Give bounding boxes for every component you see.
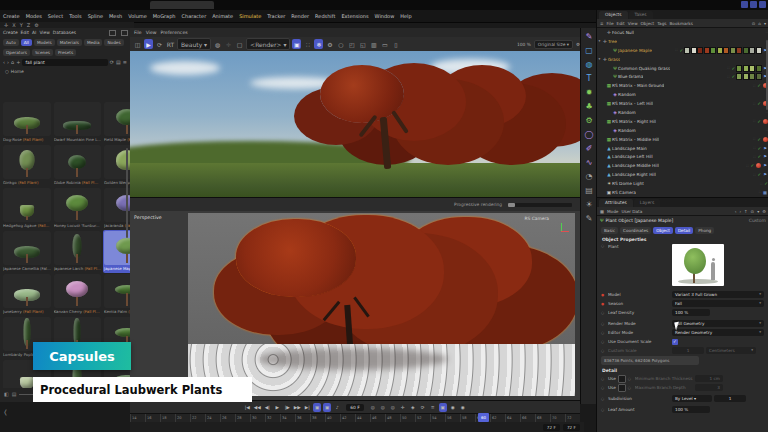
menu-ai[interactable]: AI <box>32 30 36 35</box>
editor-mode-dropdown[interactable]: Render Geometry▾ <box>672 329 764 336</box>
min-branch-use-checkbox[interactable] <box>618 375 626 383</box>
enable-check-icon[interactable]: ✓ <box>758 154 762 159</box>
object-name[interactable]: RS Camera <box>612 190 636 195</box>
perspective-viewport[interactable]: Perspective RS Camera <box>130 211 580 400</box>
transport-button[interactable]: |▶ <box>283 403 291 412</box>
enable-check-icon[interactable]: ✓ <box>758 172 762 177</box>
render-toolbar-icon[interactable]: ○ <box>336 39 345 49</box>
visibility-dots[interactable]: ∷ <box>753 155 755 159</box>
enable-check-icon[interactable]: ✓ <box>680 48 684 53</box>
range-end-field[interactable]: 72 F <box>543 424 560 431</box>
visibility-dots[interactable]: ∷ <box>753 84 755 88</box>
create-object-icon[interactable]: ✐ <box>583 142 596 155</box>
gear-icon[interactable]: ⚙ <box>762 209 766 214</box>
render-toolbar-icon[interactable]: ⚙ <box>325 39 334 49</box>
object-tag-icon[interactable]: ⚑ <box>763 172 767 177</box>
object-name[interactable]: RS Matrix - Right Hill <box>612 119 656 124</box>
breadcrumb[interactable]: ○ Home <box>0 67 130 76</box>
max-branch-use-checkbox[interactable] <box>618 384 626 392</box>
filter-tab[interactable]: Materials <box>57 39 82 46</box>
view-list-icon[interactable]: ▤ <box>12 391 17 397</box>
asset-tile[interactable]: Dwarf Mountain Pine L... <box>53 101 102 144</box>
filter-tab[interactable]: Media <box>84 39 103 46</box>
render-toolbar-icon[interactable]: ◰ <box>347 39 356 49</box>
filter-icon[interactable]: ▾ <box>757 209 759 214</box>
object-name[interactable]: Landscape Main <box>612 146 647 151</box>
filter-tab[interactable]: Models <box>34 39 55 46</box>
timeline-toggle[interactable]: ▣ <box>313 403 321 412</box>
create-object-icon[interactable]: ☀ <box>583 198 596 211</box>
create-object-icon[interactable]: ▤ <box>583 184 596 197</box>
redshift-material-swatch[interactable] <box>763 119 768 124</box>
transport-button[interactable]: ▶ <box>273 403 281 412</box>
render-toolbar-icon[interactable]: ❄ <box>314 39 323 49</box>
menu-mode[interactable]: Mode <box>607 209 618 214</box>
object-row[interactable]: Ψ Common Quaking Grass ∷ ✓ ⚑ <box>597 64 768 73</box>
tab-layers[interactable]: Layers <box>634 199 661 207</box>
menu-item[interactable]: Tools <box>66 10 84 22</box>
visibility-dots[interactable]: ∷ <box>753 119 755 123</box>
custom-button[interactable]: Custom <box>749 218 766 223</box>
object-name[interactable]: Random <box>618 110 636 115</box>
render-toolbar-icon[interactable]: ▯ <box>391 39 400 49</box>
menu-object[interactable]: Object <box>641 21 655 26</box>
menu-databases[interactable]: Databases <box>53 30 76 35</box>
keyframe-dot[interactable]: ● <box>601 302 606 306</box>
object-row[interactable]: ▾ ✛ Grass ∷ <box>597 55 768 64</box>
asset-tile[interactable]: Globe Robinia (Fall Pl... <box>53 144 102 187</box>
menu-create[interactable]: Create <box>3 30 18 35</box>
panel-icon[interactable] <box>109 30 116 36</box>
create-object-icon[interactable]: T <box>583 72 596 85</box>
section-tab[interactable]: Basic <box>601 227 618 234</box>
render-toolbar-icon[interactable]: ◱ <box>358 39 367 49</box>
subdivision-mode-dropdown[interactable]: By Level ▾ <box>672 395 712 402</box>
object-name[interactable]: RS Matrix - Middle Hill <box>612 137 659 142</box>
enable-check-icon[interactable]: ✓ <box>758 146 762 151</box>
refresh-icon[interactable]: ⟳ <box>110 59 114 65</box>
tab-attributes[interactable]: Attributes <box>599 199 633 207</box>
asset-tile[interactable]: Ginkgo (Fall Plant) <box>2 144 52 187</box>
menu-item[interactable]: Volume <box>125 10 150 22</box>
create-object-icon[interactable]: ◍ <box>583 58 596 71</box>
enable-check-icon[interactable]: ✓ <box>757 119 761 124</box>
menu-preferences[interactable]: Preferences <box>161 30 188 35</box>
render-toolbar-icon[interactable]: ▭ <box>380 39 389 49</box>
object-row[interactable]: ☀ RS Dome Light ∷ ✓ <box>597 179 768 188</box>
menu-file[interactable]: File <box>134 30 142 35</box>
object-row[interactable]: ▦ RS Matrix - Main Ground ∷ ✓ <box>597 81 768 90</box>
search-icon[interactable]: ⊙ <box>751 209 755 214</box>
section-tab[interactable]: Detail <box>675 227 693 234</box>
timeline-toggle[interactable]: ♪ <box>333 403 341 412</box>
menu-item[interactable]: Modes <box>23 10 45 22</box>
enable-check-icon[interactable]: ✓ <box>732 66 736 71</box>
keyframe-dot[interactable]: ● <box>601 293 606 297</box>
section-tab[interactable]: Phong <box>695 227 714 234</box>
section-tab[interactable]: Object <box>653 227 673 234</box>
layout-tab[interactable] <box>150 1 214 9</box>
menu-item[interactable]: Window <box>372 10 398 22</box>
menu-item[interactable]: Extensions <box>338 10 371 22</box>
create-object-icon[interactable]: ◯ <box>583 128 596 141</box>
menu-view[interactable]: View <box>146 30 157 35</box>
object-row[interactable]: Ψ Japanese Maple ∷ ✓ ⚑ <box>597 46 768 55</box>
visibility-dots[interactable]: ∷ <box>760 182 762 186</box>
subdivision-value-field[interactable]: 1 <box>714 395 746 402</box>
object-row[interactable]: ◈ Random ∷ <box>597 108 768 117</box>
visibility-dots[interactable]: ∷ <box>675 48 677 52</box>
render-toolbar-icon[interactable]: ◫ <box>133 39 142 49</box>
filter-tab[interactable]: Nodes <box>104 39 123 46</box>
enable-check-icon[interactable]: ✓ <box>732 74 736 79</box>
visibility-dots[interactable]: ∷ <box>753 173 755 177</box>
menu-edit[interactable]: Edit <box>617 21 625 26</box>
object-tag-icon[interactable]: ▦ <box>763 190 767 195</box>
object-tag-icon[interactable]: ⚑ <box>763 154 767 159</box>
object-name[interactable]: Random <box>618 128 636 133</box>
render-toolbar-icon[interactable]: ⟳ <box>155 39 164 49</box>
object-name[interactable]: RS Matrix - Left Hill <box>612 101 653 106</box>
object-name[interactable]: Tree <box>608 39 617 44</box>
enable-check-icon[interactable]: ✓ <box>757 83 761 88</box>
render-toolbar-icon[interactable]: ▥ <box>369 39 378 49</box>
leaf-amount-field[interactable]: 100 % <box>672 406 710 413</box>
current-frame-field[interactable]: 60 F <box>346 404 364 411</box>
asset-tile[interactable]: Juneberry (Fall Plant) <box>2 273 52 316</box>
